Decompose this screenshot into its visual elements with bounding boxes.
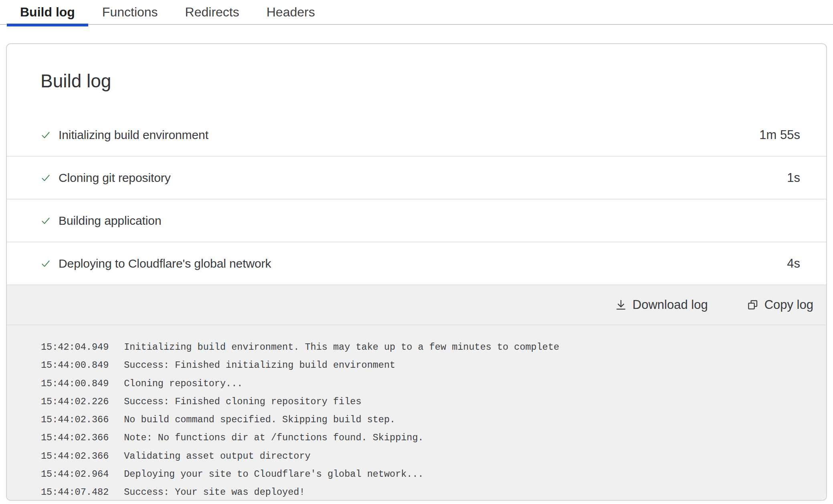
- log-line: 15:44:02.366 No build command specified.…: [41, 411, 810, 429]
- log-line: 15:44:02.226 Success: Finished cloning r…: [41, 393, 810, 411]
- log-message: Success: Your site was deployed!: [124, 483, 305, 500]
- log-line: 15:44:07.482 Success: Your site was depl…: [41, 483, 810, 500]
- log-timestamp: 15:44:02.964: [41, 465, 109, 483]
- download-icon: [615, 299, 627, 311]
- step-label: Initializing build environment: [59, 128, 208, 142]
- log-message: No build command specified. Skipping bui…: [124, 411, 395, 429]
- log-timestamp: 15:42:04.949: [41, 338, 109, 356]
- tab-redirects[interactable]: Redirects: [172, 0, 253, 24]
- step-label: Deploying to Cloudflare's global network: [59, 257, 271, 270]
- check-icon: [40, 130, 51, 140]
- page-title: Build log: [40, 70, 800, 92]
- log-timestamp: 15:44:07.482: [41, 483, 109, 500]
- log-message: Initializing build environment. This may…: [124, 338, 559, 356]
- copy-icon: [747, 299, 759, 311]
- copy-log-button[interactable]: Copy log: [747, 298, 813, 312]
- log-timestamp: 15:44:00.849: [41, 356, 109, 374]
- log-message: Success: Finished initializing build env…: [124, 356, 395, 374]
- step-label: Cloning git repository: [59, 171, 171, 185]
- log-message: Success: Finished cloning repository fil…: [124, 393, 361, 411]
- build-step-deploy[interactable]: Deploying to Cloudflare's global network…: [7, 242, 826, 285]
- build-step-initialize[interactable]: Initializing build environment 1m 55s: [7, 114, 826, 157]
- check-icon: [40, 216, 51, 226]
- log-message: Cloning repository...: [124, 375, 243, 393]
- log-timestamp: 15:44:00.849: [41, 375, 109, 393]
- step-duration: 4s: [787, 256, 800, 271]
- build-log-card: Build log Initializing build environment…: [6, 43, 827, 501]
- log-message: Deploying your site to Cloudflare's glob…: [124, 465, 423, 483]
- log-timestamp: 15:44:02.366: [41, 429, 109, 447]
- step-label: Building application: [59, 214, 162, 228]
- build-log-page: Build log Functions Redirects Headers Bu…: [0, 0, 833, 504]
- tab-headers[interactable]: Headers: [253, 0, 328, 24]
- tab-functions[interactable]: Functions: [89, 0, 171, 24]
- step-duration: 1s: [787, 171, 800, 185]
- log-output[interactable]: 15:42:04.949 Initializing build environm…: [7, 325, 826, 500]
- build-step-clone[interactable]: Cloning git repository 1s: [7, 157, 826, 200]
- tab-build-log[interactable]: Build log: [7, 0, 88, 24]
- step-duration: 1m 55s: [759, 128, 800, 142]
- deployment-tabbar: Build log Functions Redirects Headers: [0, 0, 833, 25]
- download-log-label: Download log: [633, 298, 708, 312]
- download-log-button[interactable]: Download log: [615, 298, 708, 312]
- build-steps-list: Initializing build environment 1m 55s Cl…: [7, 114, 826, 285]
- log-message: Note: No functions dir at /functions fou…: [124, 429, 423, 447]
- log-line: 15:44:02.366 Validating asset output dir…: [41, 447, 810, 465]
- log-line: 15:44:00.849 Success: Finished initializ…: [41, 356, 810, 374]
- check-icon: [40, 258, 51, 269]
- check-icon: [40, 173, 51, 183]
- log-line: 15:44:00.849 Cloning repository...: [41, 375, 810, 393]
- log-line: 15:44:02.366 Note: No functions dir at /…: [41, 429, 810, 447]
- log-timestamp: 15:44:02.226: [41, 393, 109, 411]
- log-toolbar: Download log Copy log: [7, 285, 826, 325]
- log-line: 15:44:02.964 Deploying your site to Clou…: [41, 465, 810, 483]
- log-message: Validating asset output directory: [124, 447, 310, 465]
- copy-log-label: Copy log: [764, 298, 813, 312]
- build-step-build[interactable]: Building application: [7, 200, 826, 242]
- log-timestamp: 15:44:02.366: [41, 411, 109, 429]
- log-line: 15:42:04.949 Initializing build environm…: [41, 338, 810, 356]
- log-timestamp: 15:44:02.366: [41, 447, 109, 465]
